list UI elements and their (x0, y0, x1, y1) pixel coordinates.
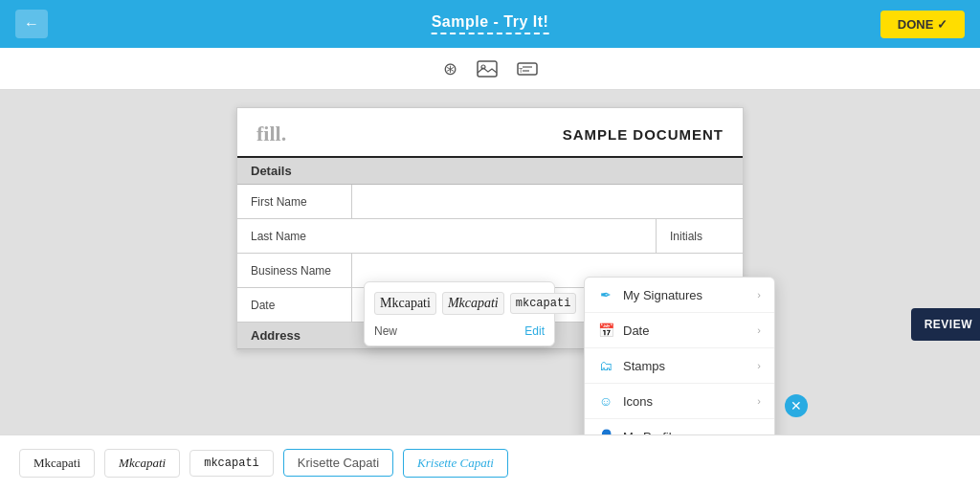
back-icon: ← (24, 15, 39, 33)
menu-item-my-signatures[interactable]: ✒ My Signatures › (585, 278, 774, 313)
sig-footer: New Edit (365, 321, 554, 345)
sig-new-link[interactable]: New (374, 324, 397, 338)
chevron-right-icon: › (757, 360, 761, 371)
menu-item-date[interactable]: 📅 Date › (585, 313, 774, 348)
bottom-sig-5[interactable]: Krisette Capati (403, 449, 508, 478)
menu-item-stamps[interactable]: 🗂 Stamps › (585, 348, 774, 384)
doc-header: fill. SAMPLE DOCUMENT (237, 108, 743, 158)
menu-label-my-signatures: My Signatures (623, 288, 702, 302)
menu-item-icons[interactable]: ☺ Icons › (585, 384, 774, 419)
doc-logo: fill. (256, 122, 286, 146)
sig-option-1[interactable]: Mkcapati (374, 292, 436, 315)
done-button[interactable]: DONE ✓ (880, 11, 965, 38)
menu-item-left: ☺ Icons (598, 393, 653, 409)
signature-popup: Mkcapati Mkcapati mkcapati New Edit (364, 281, 555, 346)
menu-label-my-profile: My Profile (623, 430, 679, 435)
sig-option-2[interactable]: Mkcapati (442, 292, 504, 315)
context-menu: ✒ My Signatures › 📅 Date › 🗂 Stamps › ☺ … (584, 277, 775, 434)
done-label: DONE ✓ (898, 17, 947, 32)
close-button[interactable]: ✕ (785, 394, 808, 417)
menu-label-date: Date (623, 323, 649, 338)
header: ← Sample - Try It! DONE ✓ (0, 0, 980, 48)
menu-item-left: 📅 Date (598, 323, 649, 338)
text-field-icon[interactable]: T (517, 60, 538, 78)
table-row: Last Name Initials (237, 219, 743, 254)
stamp-icon: 🗂 (598, 358, 613, 373)
menu-label-stamps: Stamps (623, 359, 665, 373)
bottom-sig-3[interactable]: mkcapati (189, 450, 274, 477)
menu-item-left: 🗂 Stamps (598, 358, 665, 373)
main-area: fill. SAMPLE DOCUMENT Details First Name… (0, 90, 980, 434)
menu-item-left: 👤 My Profile (598, 429, 679, 434)
sig-options: Mkcapati Mkcapati mkcapati (365, 282, 554, 321)
table-row: First Name (237, 185, 743, 219)
bottom-bar: Mkcapati Mkcapati mkcapati Krisette Capa… (0, 434, 980, 490)
person-icon: 👤 (598, 429, 613, 434)
menu-item-left: ✒ My Signatures (598, 287, 702, 302)
svg-rect-0 (478, 61, 497, 77)
last-name-label: Last Name (237, 219, 657, 253)
business-name-label: Business Name (237, 254, 352, 287)
initials-label: Initials (657, 219, 743, 253)
menu-item-my-profile[interactable]: 👤 My Profile › (585, 419, 774, 434)
first-name-label: First Name (237, 185, 352, 218)
chevron-right-icon: › (757, 289, 761, 301)
pen-icon: ✒ (598, 287, 613, 302)
menu-label-icons: Icons (623, 394, 653, 409)
chevron-right-icon: › (757, 395, 761, 407)
bottom-sig-1[interactable]: Mkcapati (19, 449, 95, 478)
chevron-right-icon: › (757, 324, 761, 336)
sig-option-3[interactable]: mkcapati (510, 293, 577, 314)
review-button[interactable]: REVIEW (911, 308, 980, 341)
date-label: Date (237, 288, 352, 322)
smiley-icon: ☺ (598, 393, 613, 409)
image-icon[interactable] (477, 60, 498, 78)
doc-title: SAMPLE DOCUMENT (563, 126, 724, 143)
chevron-right-icon: › (757, 431, 761, 434)
bottom-sig-2[interactable]: Mkcapati (104, 449, 180, 478)
toolbar: ⊛ T (0, 48, 980, 90)
bottom-sig-4[interactable]: Krisette Capati (283, 449, 393, 477)
back-button[interactable]: ← (15, 10, 48, 38)
sig-edit-link[interactable]: Edit (524, 324, 545, 338)
calendar-icon: 📅 (598, 323, 613, 338)
grid-icon[interactable]: ⊛ (443, 58, 457, 79)
first-name-value[interactable] (352, 185, 743, 218)
doc-section-details: Details (237, 158, 743, 185)
close-icon: ✕ (791, 398, 802, 413)
header-title: Sample - Try It! (432, 13, 549, 34)
svg-text:T: T (519, 67, 523, 74)
